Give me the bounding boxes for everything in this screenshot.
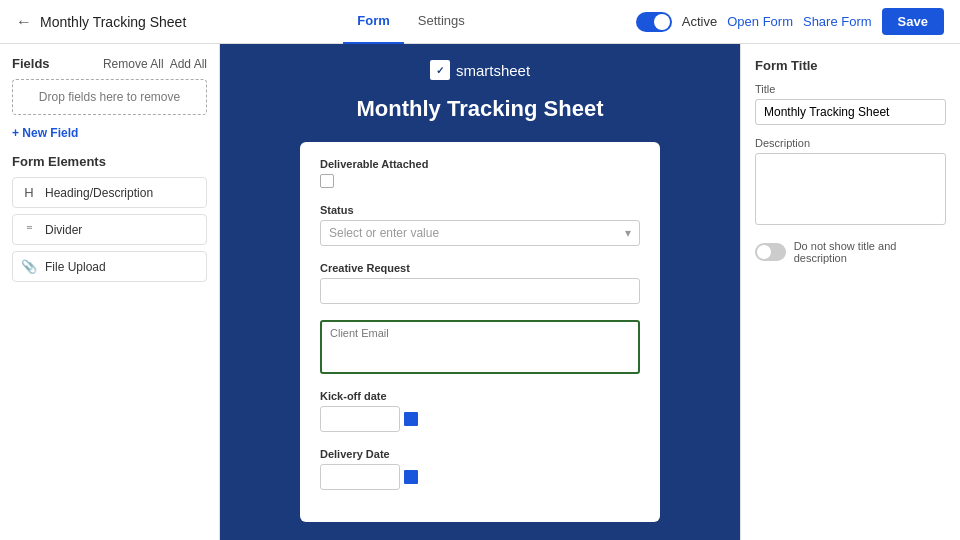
tab-settings[interactable]: Settings — [404, 0, 479, 44]
right-panel: Form Title Title Description Do not show… — [740, 44, 960, 540]
client-email-textarea[interactable]: Client Email — [320, 320, 640, 374]
kickoff-calendar-icon[interactable] — [404, 412, 418, 426]
status-label: Status — [320, 204, 640, 216]
active-label: Active — [682, 14, 717, 29]
delivery-date-label: Delivery Date — [320, 448, 640, 460]
panel-section-title: Form Title — [755, 58, 946, 73]
remove-all-button[interactable]: Remove All — [103, 57, 164, 71]
active-toggle[interactable] — [636, 12, 672, 32]
header-tabs: Form Settings — [343, 0, 478, 44]
add-field-button[interactable]: + New Field — [12, 126, 78, 140]
creative-request-input[interactable] — [320, 278, 640, 304]
save-button[interactable]: Save — [882, 8, 944, 35]
description-label: Description — [755, 137, 946, 149]
kickoff-date-input[interactable] — [320, 406, 400, 432]
heading-icon: H — [21, 185, 37, 200]
field-delivery-date: Delivery Date — [320, 448, 640, 490]
header-right: Active Open Form Share Form Save — [636, 8, 944, 35]
open-form-button[interactable]: Open Form — [727, 14, 793, 29]
share-form-button[interactable]: Share Form — [803, 14, 872, 29]
field-creative-request: Creative Request — [320, 262, 640, 304]
smartsheet-logo-icon: ✓ — [430, 60, 450, 80]
field-deliverable-attached: Deliverable Attached — [320, 158, 640, 188]
status-select[interactable]: Select or enter value ▾ — [320, 220, 640, 246]
main-layout: Fields Remove All Add All Drop fields he… — [0, 44, 960, 540]
heading-label: Heading/Description — [45, 186, 153, 200]
deliverable-attached-checkbox[interactable] — [320, 174, 334, 188]
form-card: Deliverable Attached Status Select or en… — [300, 142, 660, 522]
toggle-knob — [654, 14, 670, 30]
fields-header: Fields Remove All Add All — [12, 56, 207, 71]
deliverable-attached-label: Deliverable Attached — [320, 158, 640, 170]
divider-label: Divider — [45, 223, 82, 237]
tab-form[interactable]: Form — [343, 0, 404, 44]
status-placeholder: Select or enter value — [329, 226, 439, 240]
client-email-label: Client Email — [330, 327, 389, 339]
smartsheet-logo: ✓ smartsheet — [430, 60, 530, 80]
toggle-row: Do not show title and description — [755, 240, 946, 264]
fields-title: Fields — [12, 56, 50, 71]
description-textarea[interactable] — [755, 153, 946, 225]
sidebar-actions: Remove All Add All — [103, 57, 207, 71]
field-kickoff-date: Kick-off date — [320, 390, 640, 432]
form-elements-title: Form Elements — [12, 154, 207, 169]
field-client-email: Client Email — [320, 320, 640, 374]
form-preview: ✓ smartsheet Monthly Tracking Sheet Deli… — [220, 44, 740, 540]
creative-request-label: Creative Request — [320, 262, 640, 274]
smartsheet-logo-text: smartsheet — [456, 62, 530, 79]
form-preview-title: Monthly Tracking Sheet — [357, 96, 604, 122]
back-button[interactable]: ← — [16, 13, 32, 31]
header: ← Monthly Tracking Sheet Form Settings A… — [0, 0, 960, 44]
delivery-calendar-icon[interactable] — [404, 470, 418, 484]
title-input[interactable] — [755, 99, 946, 125]
toggle-text: Do not show title and description — [794, 240, 946, 264]
add-all-button[interactable]: Add All — [170, 57, 207, 71]
page-title: Monthly Tracking Sheet — [40, 14, 186, 30]
header-left: ← Monthly Tracking Sheet — [16, 13, 186, 31]
element-heading[interactable]: H Heading/Description — [12, 177, 207, 208]
title-label: Title — [755, 83, 946, 95]
divider-icon: ⁼ — [21, 222, 37, 237]
element-file-upload[interactable]: 📎 File Upload — [12, 251, 207, 282]
element-divider[interactable]: ⁼ Divider — [12, 214, 207, 245]
field-status: Status Select or enter value ▾ — [320, 204, 640, 246]
kickoff-date-label: Kick-off date — [320, 390, 640, 402]
file-upload-label: File Upload — [45, 260, 106, 274]
drop-zone[interactable]: Drop fields here to remove — [12, 79, 207, 115]
file-upload-icon: 📎 — [21, 259, 37, 274]
chevron-down-icon: ▾ — [625, 226, 631, 240]
show-title-toggle-knob — [757, 245, 771, 259]
delivery-date-input[interactable] — [320, 464, 400, 490]
sidebar: Fields Remove All Add All Drop fields he… — [0, 44, 220, 540]
show-title-toggle[interactable] — [755, 243, 786, 261]
